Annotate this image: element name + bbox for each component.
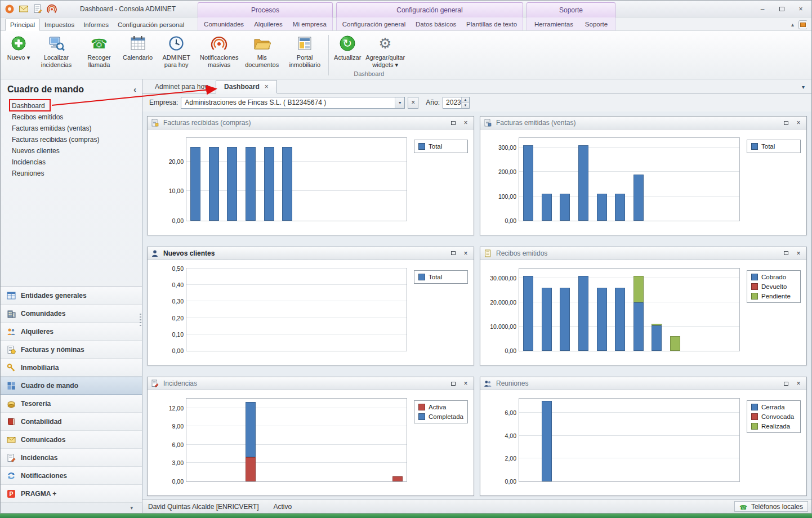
- widget-header[interactable]: Facturas recibidas (compras)×: [148, 117, 474, 130]
- sidebar-item-dashboard[interactable]: Dashboard: [1, 100, 142, 111]
- bar-chart: 0,00100,00200,00300,00: [483, 134, 741, 229]
- widget-maximize-button[interactable]: [782, 249, 791, 258]
- empresa-combobox[interactable]: Administraciones de Fincas S.L. ( B12345…: [181, 97, 405, 109]
- widget-close-button[interactable]: ×: [794, 379, 803, 388]
- anio-spinner[interactable]: 2023 ▲▼: [443, 97, 470, 109]
- widget-close-button[interactable]: ×: [461, 379, 470, 388]
- tab-close-icon[interactable]: ×: [265, 83, 269, 91]
- widget-maximize-button[interactable]: [449, 249, 458, 258]
- svg-text:☎: ☎: [740, 503, 748, 510]
- widget-header[interactable]: Nuevos clientes×: [148, 247, 474, 260]
- mail-icon[interactable]: [18, 3, 29, 15]
- gridline: [186, 408, 407, 408]
- nav-item-notificaciones[interactable]: Notificaciones: [1, 467, 142, 485]
- nav-item-label: Cuadro de mando: [21, 382, 78, 390]
- maximize-icon: [451, 382, 456, 386]
- widget-maximize-button[interactable]: [449, 379, 458, 388]
- y-tick-label: 100,00: [484, 193, 516, 200]
- widget-header[interactable]: Facturas emitidas (ventas)×: [480, 117, 806, 130]
- ribbon-tab-principal[interactable]: Principal: [5, 19, 40, 31]
- ribbon-button-mis-documentos[interactable]: Mis documentos: [241, 33, 283, 78]
- ribbon-button-label: Recoger llamada: [80, 54, 118, 68]
- ribbon-button-label: Portal inmobiliario: [285, 54, 324, 68]
- ribbon-tab-datos-basicos[interactable]: Datos básicos: [411, 19, 461, 30]
- widget-close-button[interactable]: ×: [461, 118, 470, 127]
- ribbon-tab-alquileres[interactable]: Alquileres: [249, 19, 287, 30]
- nav-item-entidades-generales[interactable]: Entidades generales: [1, 287, 142, 305]
- ribbon-tab-configuracion-general[interactable]: Configuración general: [338, 19, 411, 30]
- nav-item-facturas-y-nominas[interactable]: Facturas y nóminas: [1, 341, 142, 359]
- chart-plot: 0,00100,00200,00300,00: [519, 137, 740, 221]
- widget-close-button[interactable]: ×: [461, 249, 470, 258]
- nav-item-incidencias[interactable]: Incidencias: [1, 449, 142, 467]
- nav-item-cuadro-de-mando[interactable]: Cuadro de mando: [1, 377, 142, 395]
- y-tick-label: 20.000,00: [484, 299, 516, 306]
- ribbon-tab-comunidades[interactable]: Comunidades: [199, 19, 248, 30]
- widget-maximize-button[interactable]: [449, 118, 458, 127]
- spinner-down-icon[interactable]: ▼: [462, 103, 469, 108]
- chart-legend: CerradaConvocadaRealizada: [747, 400, 801, 433]
- widget-header[interactable]: Recibos emitidos×: [480, 247, 806, 260]
- tab-list-dropdown-icon[interactable]: ▾: [802, 84, 805, 90]
- nav-item-pragma[interactable]: PPRAGMA +: [1, 485, 142, 503]
- ribbon-button-calendario[interactable]: Calendario: [121, 33, 154, 78]
- ribbon-tab-soporte[interactable]: Soporte: [581, 19, 612, 30]
- sidebar-collapse-button[interactable]: ‹: [133, 85, 136, 94]
- combo-dropdown-icon[interactable]: ▾: [395, 97, 404, 108]
- widget-maximize-button[interactable]: [782, 379, 791, 388]
- widget-maximize-button[interactable]: [782, 118, 791, 127]
- nav-item-tesoreria[interactable]: Tesorería: [1, 395, 142, 413]
- sidebar-item-reuniones[interactable]: Reuniones: [1, 168, 142, 179]
- ribbon-tab-impuestos[interactable]: Impuestos: [40, 19, 79, 30]
- widget-close-button[interactable]: ×: [794, 249, 803, 258]
- ribbon-tab-configuracion-personal[interactable]: Configuración personal: [113, 19, 189, 30]
- ribbon-button-localizar-incidencias[interactable]: Localizar incidencias: [35, 33, 77, 78]
- local-phones-button[interactable]: ☎ Teléfonos locales: [734, 501, 808, 512]
- ribbon-button-notificaciones-masivas[interactable]: Notificaciones masivas: [198, 33, 240, 78]
- ribbon-tab-mi-empresa[interactable]: Mi empresa: [288, 19, 331, 30]
- nav-item-inmobiliaria[interactable]: Inmobiliaria: [1, 359, 142, 377]
- broadcast-small-icon[interactable]: [46, 3, 57, 15]
- sidebar-overflow-button[interactable]: ▾: [1, 503, 142, 513]
- style-gallery-icon[interactable]: [798, 20, 807, 29]
- ribbon-button-nuevo[interactable]: Nuevo ▾: [3, 33, 34, 78]
- empresa-clear-button[interactable]: ×: [408, 97, 418, 109]
- bar-segment-pendiente: [633, 276, 644, 302]
- tab-adminet-para-hoy[interactable]: Adminet para hoy: [147, 81, 216, 93]
- nav-item-alquileres[interactable]: Alquileres: [1, 323, 142, 341]
- nav-item-contabilidad[interactable]: Contabilidad: [1, 413, 142, 431]
- ribbon-button-agregar-quitar-widgets[interactable]: ⚙Agregar/quitar widgets ▾: [364, 33, 406, 69]
- gridline: [186, 462, 407, 463]
- ribbon-tab-plantillas-de-texto[interactable]: Plantillas de texto: [462, 19, 521, 30]
- widget-incidencias: Incidencias×0,003,006,009,0012,00ActivaC…: [147, 377, 474, 496]
- ribbon-tab-bar: Principal Impuestos Informes Configuraci…: [1, 17, 811, 31]
- minimize-button[interactable]: –: [756, 4, 769, 14]
- ribbon-tab-herramientas[interactable]: Herramientas: [530, 19, 578, 30]
- splitter-grip[interactable]: [140, 314, 141, 327]
- bar-segment-pendiente: [670, 336, 680, 351]
- nav-item-comunicados[interactable]: Comunicados: [1, 431, 142, 449]
- ribbon-button-recoger-llamada[interactable]: ☎Recoger llamada: [78, 33, 120, 78]
- sidebar-item-facturas-recibidas-compras[interactable]: Facturas recibidas (compras): [1, 134, 142, 145]
- sidebar-item-facturas-emitidas-ventas[interactable]: Facturas emitidas (ventas): [1, 123, 142, 134]
- tasks-icon[interactable]: [32, 3, 43, 15]
- sidebar-item-recibos-emitidos[interactable]: Recibos emitidos: [1, 111, 142, 123]
- tab-dashboard[interactable]: Dashboard ×: [216, 80, 277, 93]
- ribbon-button-adminet-para-hoy[interactable]: ADMINET para hoy: [155, 33, 197, 78]
- spinner-up-icon[interactable]: ▲: [462, 97, 469, 103]
- close-button[interactable]: ×: [795, 4, 807, 14]
- sidebar-item-nuevos-clientes[interactable]: Nuevos clientes: [1, 145, 142, 157]
- widget-close-button[interactable]: ×: [794, 118, 803, 127]
- ribbon-collapse-icon[interactable]: ▴: [791, 21, 794, 28]
- app-icon[interactable]: [4, 3, 15, 15]
- widget-header[interactable]: Incidencias×: [148, 377, 474, 390]
- ribbon-button-portal-inmobiliario[interactable]: Portal inmobiliario: [284, 33, 325, 78]
- key-icon: [6, 363, 16, 372]
- sidebar-item-incidencias[interactable]: Incidencias: [1, 157, 142, 168]
- nav-item-label: Comunicados: [21, 436, 65, 444]
- ribbon-tab-informes[interactable]: Informes: [79, 19, 113, 30]
- ribbon-button-actualizar[interactable]: ↻Actualizar: [332, 33, 363, 69]
- restore-button[interactable]: [775, 4, 788, 14]
- widget-header[interactable]: Reuniones×: [480, 377, 806, 390]
- nav-item-comunidades[interactable]: Comunidades: [1, 305, 142, 323]
